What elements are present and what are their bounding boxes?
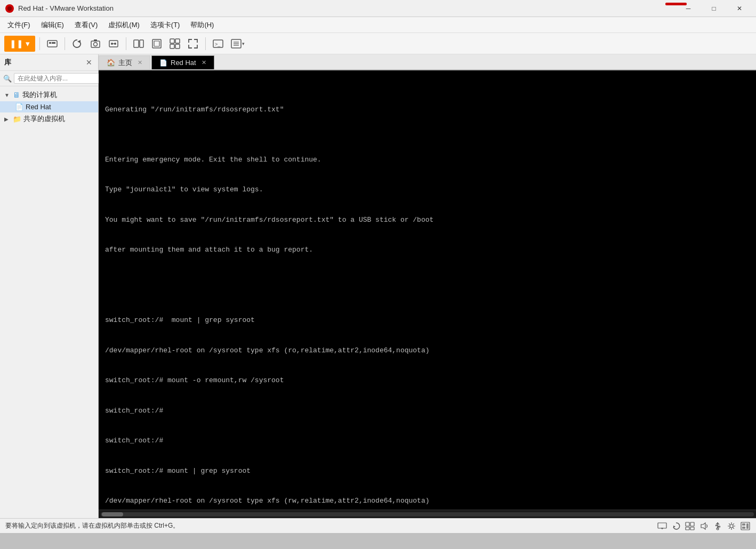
menu-help[interactable]: 帮助(H) (185, 18, 219, 32)
svg-point-7 (94, 42, 98, 46)
revert-icon (71, 38, 83, 50)
sidebar-item-my-computer[interactable]: ▼ 🖥 我的计算机 (0, 88, 98, 101)
search-icon: 🔍 (3, 75, 12, 83)
pause-button[interactable]: ❚❚ ▾ (4, 36, 35, 52)
red-hat-label: Red Hat (26, 103, 51, 111)
sidebar-close-button[interactable]: ✕ (84, 58, 94, 67)
pause-icon: ❚❚ (10, 39, 23, 49)
statusbar-icon-settings[interactable] (726, 521, 737, 531)
revert-snapshot-button[interactable] (69, 36, 85, 52)
svg-rect-19 (170, 44, 174, 49)
svg-rect-34 (690, 527, 694, 530)
terminal-area[interactable]: Generating "/run/initramfs/rdsosreport.t… (99, 70, 756, 518)
svg-rect-8 (94, 39, 97, 41)
shared-vms-label: 共享的虚拟机 (23, 114, 65, 124)
svg-rect-16 (154, 41, 159, 46)
sidebar-tree: ▼ 🖥 我的计算机 📄 Red Hat ▶ 📁 共享的虚拟机 (0, 86, 98, 518)
search-input[interactable] (14, 73, 101, 84)
terminal-content: Generating "/run/initramfs/rdsosreport.t… (105, 95, 750, 510)
statusbar-icon-vm-tools[interactable] (685, 521, 695, 531)
red-accent-bar (665, 3, 687, 5)
vm-icon: 📄 (15, 103, 23, 111)
expand-arrow-shared: ▶ (4, 116, 11, 122)
terminal[interactable]: Generating "/run/initramfs/rdsosreport.t… (99, 70, 756, 510)
statusbar-right (657, 521, 751, 531)
hscroll-thumb[interactable] (102, 512, 123, 516)
svg-rect-45 (742, 527, 745, 529)
statusbar-text: 要将输入定向到该虚拟机，请在虚拟机内部单击或按 Ctrl+G。 (5, 521, 179, 530)
menu-tabs[interactable]: 选项卡(T) (145, 18, 186, 32)
line-4: You might want to save "/run/initramfs/r… (105, 216, 433, 224)
app-icon (4, 3, 15, 14)
svg-marker-5 (77, 40, 81, 43)
close-button[interactable]: ✕ (727, 2, 752, 15)
hscroll-track (101, 512, 754, 516)
maximize-button[interactable]: □ (702, 2, 726, 15)
snapshot-button[interactable] (87, 36, 103, 52)
snapshot-icon (90, 38, 101, 50)
menu-vm[interactable]: 虚拟机(M) (103, 18, 145, 32)
menu-view[interactable]: 查看(V) (69, 18, 103, 32)
zoom-dropdown-button[interactable]: ▾ (228, 36, 247, 52)
pause-dropdown-arrow: ▾ (26, 39, 30, 49)
full-screen-button[interactable] (149, 36, 165, 52)
vm-tab-close[interactable]: ✕ (202, 59, 206, 66)
sidebar-item-shared-vms[interactable]: ▶ 📁 共享的虚拟机 (0, 112, 98, 125)
vm-tab-label: Red Hat (171, 59, 196, 67)
svg-rect-4 (52, 42, 55, 44)
titlebar: Red Hat - VMware Workstation ─ □ ✕ (0, 0, 756, 17)
sidebar-search-bar: 🔍 ▾ (0, 71, 98, 86)
right-panel: 🏠 主页 ✕ 📄 Red Hat ✕ Generating "/run/init… (99, 54, 756, 518)
my-computer-label: 我的计算机 (22, 90, 57, 100)
toolbar-sep-4 (205, 37, 206, 50)
line-10: switch_root:/# mount -o remount,rw /sysr… (105, 376, 284, 384)
sidebar-item-red-hat[interactable]: 📄 Red Hat (0, 101, 98, 112)
normal-view-button[interactable] (131, 36, 147, 52)
menu-edit[interactable]: 编辑(E) (36, 18, 69, 32)
manage-snapshots-button[interactable] (106, 36, 122, 52)
menu-file[interactable]: 文件(F) (2, 18, 36, 32)
zoom-dropdown-chevron: ▾ (242, 41, 245, 46)
unity-view-button[interactable] (167, 36, 183, 52)
svg-rect-13 (134, 40, 139, 47)
svg-rect-14 (140, 40, 143, 47)
window-title: Red Hat - VMware Workstation (18, 4, 676, 12)
console-button[interactable]: >_ (210, 36, 226, 52)
home-icon: 🏠 (107, 59, 115, 67)
terminal-horizontal-scrollbar[interactable] (99, 510, 756, 518)
svg-rect-31 (686, 522, 689, 526)
home-tab-close[interactable]: ✕ (138, 59, 142, 66)
line-2: Entering emergency mode. Exit the shell … (105, 156, 321, 164)
statusbar-icon-sound[interactable] (698, 521, 709, 531)
line-13: switch_root:/# mount | grep sysroot (105, 467, 251, 475)
normal-view-icon (133, 38, 144, 50)
folder-icon: 📁 (13, 115, 21, 123)
svg-point-42 (730, 524, 733, 528)
unity-icon (169, 38, 181, 50)
line-9: /dev/mapper/rhel-root on /sysroot type x… (105, 346, 430, 354)
manage-snapshots-icon (108, 38, 119, 50)
sidebar: 库 ✕ 🔍 ▾ ▼ 🖥 我的计算机 📄 Red Hat ▶ 📁 (0, 54, 99, 518)
statusbar-icon-usb[interactable] (712, 521, 723, 531)
tabbar: 🏠 主页 ✕ 📄 Red Hat ✕ (99, 54, 756, 70)
tab-home[interactable]: 🏠 主页 ✕ (99, 55, 150, 69)
tab-red-hat[interactable]: 📄 Red Hat ✕ (151, 55, 214, 69)
line-5: after mounting them and attach it to a b… (105, 246, 313, 254)
ctrlaltdel-icon (46, 38, 58, 50)
svg-rect-3 (49, 42, 51, 44)
svg-text:>_: >_ (215, 42, 221, 47)
svg-rect-33 (686, 527, 689, 530)
zoom-button[interactable] (185, 36, 201, 52)
statusbar-icon-refresh[interactable] (671, 521, 681, 531)
statusbar-icon-screen[interactable] (657, 521, 667, 531)
svg-rect-20 (175, 44, 180, 49)
svg-point-1 (7, 6, 12, 11)
line-14: /dev/mapper/rhel-root on /sysroot type x… (105, 497, 430, 505)
svg-rect-17 (170, 39, 174, 43)
zoom-dropdown-icon (230, 38, 242, 50)
toolbar: ❚❚ ▾ (0, 33, 756, 54)
svg-rect-27 (658, 523, 666, 528)
send-ctrlaltdel-button[interactable] (44, 36, 60, 52)
toolbar-sep-2 (65, 37, 65, 50)
statusbar-icon-fullscreen[interactable] (740, 521, 751, 531)
